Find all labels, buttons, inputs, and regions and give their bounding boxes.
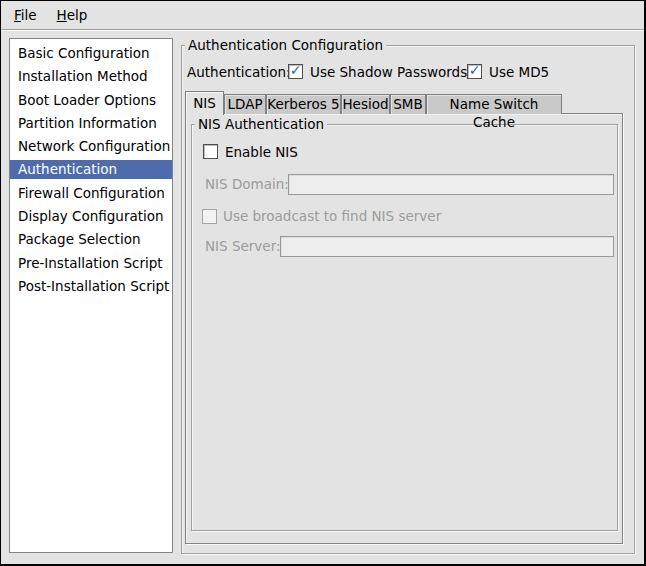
sidebar-item-post-installation-script[interactable]: Post-Installation Script [10, 275, 172, 298]
sidebar-item-firewall-configuration[interactable]: Firewall Configuration [10, 182, 172, 205]
sidebar-item-boot-loader-options[interactable]: Boot Loader Options [10, 89, 172, 112]
sidebar-item-pre-installation-script[interactable]: Pre-Installation Script [10, 252, 172, 275]
use-shadow-passwords-checkbox[interactable]: ✓ [288, 64, 303, 79]
sidebar-item-authentication[interactable]: Authentication [10, 158, 172, 181]
use-md5-checkbox[interactable]: ✓ [467, 64, 482, 79]
nis-tab-page [185, 113, 623, 544]
use-md5-label[interactable]: Use MD5 [489, 64, 549, 80]
auth-method-tabs: NIS LDAP Kerberos 5 Hesiod SMB Name Swit… [185, 90, 562, 114]
checkmark-icon: ✓ [290, 64, 302, 77]
tab-name-switch-cache[interactable]: Name Switch Cache [426, 94, 562, 114]
sidebar-item-basic-configuration[interactable]: Basic Configuration [10, 42, 172, 65]
sidebar-item-network-configuration[interactable]: Network Configuration [10, 135, 172, 158]
menu-help[interactable]: Help [47, 3, 98, 27]
authentication-label: Authentication: [187, 64, 291, 80]
frame-title: Authentication Configuration [185, 37, 386, 53]
sidebar-item-package-selection[interactable]: Package Selection [10, 228, 172, 251]
checkmark-icon: ✓ [469, 64, 481, 77]
tab-smb[interactable]: SMB [390, 94, 426, 114]
menu-file[interactable]: File [4, 3, 47, 27]
use-shadow-passwords-label[interactable]: Use Shadow Passwords [310, 64, 467, 80]
tab-kerberos-5[interactable]: Kerberos 5 [266, 94, 341, 114]
sidebar-item-partition-information[interactable]: Partition Information [10, 112, 172, 135]
sidebar-item-installation-method[interactable]: Installation Method [10, 65, 172, 88]
section-list: Basic Configuration Installation Method … [9, 38, 173, 553]
sidebar-item-display-configuration[interactable]: Display Configuration [10, 205, 172, 228]
kickstart-configurator-window: File Help Basic Configuration Installati… [0, 0, 646, 566]
tab-nis[interactable]: NIS [185, 91, 224, 115]
authentication-configuration-frame: Authentication Configuration Authenticat… [181, 45, 635, 554]
menu-bar: File Help [1, 1, 644, 30]
tab-ldap[interactable]: LDAP [224, 94, 266, 114]
tab-hesiod[interactable]: Hesiod [341, 94, 390, 114]
